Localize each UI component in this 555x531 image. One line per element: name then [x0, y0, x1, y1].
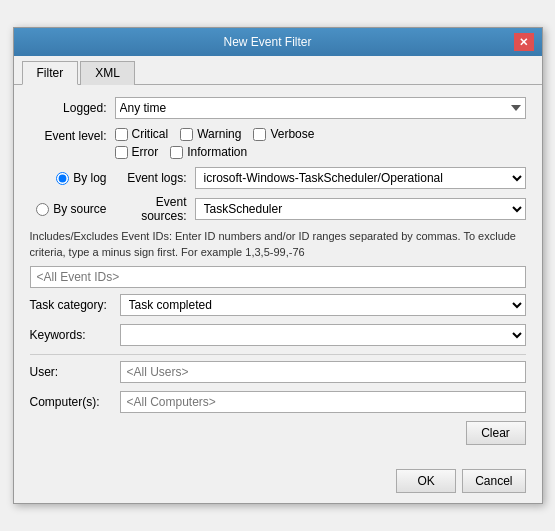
- logged-row: Logged: Any time Last hour Last 12 hours…: [30, 97, 526, 119]
- task-category-row: Task category: Task completed: [30, 294, 526, 316]
- computer-label: Computer(s):: [30, 395, 120, 409]
- window-title: New Event Filter: [22, 35, 514, 49]
- event-sources-select-wrapper: TaskScheduler: [195, 198, 526, 220]
- keywords-row: Keywords:: [30, 324, 526, 346]
- cancel-button[interactable]: Cancel: [462, 469, 525, 493]
- checkbox-critical: Critical: [115, 127, 169, 141]
- event-level-row: Event level: Critical Warning Verbose: [30, 127, 526, 159]
- checkbox-error: Error: [115, 145, 159, 159]
- info-text: Includes/Excludes Event IDs: Enter ID nu…: [30, 229, 526, 260]
- by-source-radio-side: By source: [30, 202, 115, 216]
- keywords-dropdown[interactable]: [120, 324, 526, 346]
- filter-content: Logged: Any time Last hour Last 12 hours…: [14, 85, 542, 461]
- information-checkbox[interactable]: [170, 146, 183, 159]
- checkbox-row-2: Error Information: [115, 145, 526, 159]
- logged-control: Any time Last hour Last 12 hours Last 24…: [115, 97, 526, 119]
- clear-row: Clear: [30, 421, 526, 445]
- tab-filter[interactable]: Filter: [22, 61, 79, 85]
- button-row: OK Cancel: [14, 461, 542, 503]
- keywords-label: Keywords:: [30, 328, 120, 342]
- tab-bar: Filter XML: [14, 56, 542, 85]
- checkbox-row-1: Critical Warning Verbose: [115, 127, 526, 141]
- title-bar: New Event Filter ✕: [14, 28, 542, 56]
- main-window: New Event Filter ✕ Filter XML Logged: An…: [13, 27, 543, 504]
- event-logs-dropdown[interactable]: icrosoft-Windows-TaskScheduler/Operation…: [195, 167, 526, 189]
- clear-button[interactable]: Clear: [466, 421, 526, 445]
- warning-checkbox[interactable]: [180, 128, 193, 141]
- user-row: User:: [30, 361, 526, 383]
- checkbox-verbose: Verbose: [253, 127, 314, 141]
- checkbox-warning: Warning: [180, 127, 241, 141]
- task-category-dropdown[interactable]: Task completed: [120, 294, 526, 316]
- verbose-checkbox[interactable]: [253, 128, 266, 141]
- tab-xml[interactable]: XML: [80, 61, 135, 85]
- ok-button[interactable]: OK: [396, 469, 456, 493]
- by-source-radio[interactable]: [36, 203, 49, 216]
- information-label: Information: [187, 145, 247, 159]
- task-category-label: Task category:: [30, 298, 120, 312]
- event-level-label: Event level:: [30, 127, 115, 143]
- computer-input[interactable]: [120, 391, 526, 413]
- critical-checkbox[interactable]: [115, 128, 128, 141]
- close-button[interactable]: ✕: [514, 33, 534, 51]
- event-logs-label: Event logs:: [115, 171, 195, 185]
- user-label: User:: [30, 365, 120, 379]
- event-sources-dropdown[interactable]: TaskScheduler: [195, 198, 526, 220]
- by-log-radio[interactable]: [56, 172, 69, 185]
- by-log-row: By log Event logs: icrosoft-Windows-Task…: [30, 167, 526, 189]
- event-ids-input[interactable]: [30, 266, 526, 288]
- error-label: Error: [132, 145, 159, 159]
- error-checkbox[interactable]: [115, 146, 128, 159]
- by-log-label: By log: [73, 171, 106, 185]
- computer-row: Computer(s):: [30, 391, 526, 413]
- divider: [30, 354, 526, 355]
- event-logs-select-wrapper: icrosoft-Windows-TaskScheduler/Operation…: [195, 167, 526, 189]
- logged-dropdown[interactable]: Any time Last hour Last 12 hours Last 24…: [115, 97, 526, 119]
- by-source-label: By source: [53, 202, 106, 216]
- event-sources-label: Event sources:: [115, 195, 195, 223]
- checkbox-information: Information: [170, 145, 247, 159]
- event-level-checkboxes: Critical Warning Verbose Error: [115, 127, 526, 159]
- by-source-row: By source Event sources: TaskScheduler: [30, 195, 526, 223]
- by-log-radio-side: By log: [30, 171, 115, 185]
- warning-label: Warning: [197, 127, 241, 141]
- logged-label: Logged:: [30, 101, 115, 115]
- verbose-label: Verbose: [270, 127, 314, 141]
- user-input[interactable]: [120, 361, 526, 383]
- event-ids-row: [30, 266, 526, 288]
- critical-label: Critical: [132, 127, 169, 141]
